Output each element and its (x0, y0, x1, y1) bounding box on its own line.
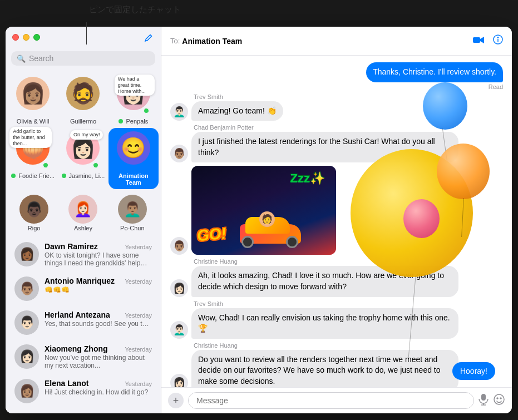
message-image: 🧑 GO! Zzz✨ (191, 166, 336, 255)
conv-time: Yesterday (125, 346, 152, 353)
message-bubble: Thanks, Christine. I'll review shortly. (366, 62, 503, 82)
pinned-item-olivia-will[interactable]: 👩🏽 Olivia & Will (8, 73, 58, 128)
pinned-item-foodie[interactable]: Add garlic to the butter, and then... 🧅 … (8, 128, 58, 189)
sticker-go: GO! (196, 225, 227, 245)
search-icon: 🔍 (17, 55, 26, 63)
online-indicator (144, 108, 149, 113)
svg-point-3 (497, 37, 499, 38)
sender-name: Trev Smith (194, 300, 503, 307)
message-bubble: I just finished the latest renderings fo… (191, 132, 458, 162)
chat-recipient: Animation Team (182, 37, 242, 46)
conv-preview: Hi! Just checking in. How did it go? (45, 388, 152, 396)
pinned-item-penpals[interactable]: We had a great time. Home with... 👩🏻 Pen… (108, 73, 159, 128)
pinned-item-guillermo[interactable]: 🧔 Guillermo (58, 73, 108, 128)
conv-name: Xiaomeng Zhong (45, 344, 108, 353)
svg-rect-0 (473, 37, 480, 43)
conv-content: Herland Antezana Yesterday Yes, that sou… (45, 310, 152, 328)
conv-time: Yesterday (125, 312, 152, 319)
sender-name: Christine Huang (194, 342, 503, 349)
avatar: 👩🏽 (14, 379, 39, 403)
msg-row-chad-image: 👨🏽 🧑 (170, 166, 503, 255)
conv-name: Elena Lanot (45, 379, 88, 388)
svg-point-9 (500, 398, 501, 399)
conv-preview: Yes, that sounds good! See you then. (45, 320, 152, 328)
msg-row-chad1: Chad Benjamin Potter 👨🏽 I just finished … (170, 124, 503, 162)
conv-name: Dawn Ramirez (45, 242, 98, 251)
search-bar[interactable]: 🔍 (11, 51, 155, 66)
avatar: 👨🏻‍🦱 (170, 103, 188, 121)
pinned-item-ashley[interactable]: 👩🏻‍🦰 Ashley (59, 191, 107, 235)
conv-name: Antonio Manriquez (45, 276, 115, 285)
message-bubble: Amazing! Go team! 👏 (191, 101, 283, 121)
pinned-item-jasmine[interactable]: On my way! 👩🏻 Jasmine, Li... (58, 128, 108, 189)
audio-input-icon[interactable] (478, 393, 489, 408)
pinned-name: Po-Chun (120, 225, 144, 231)
read-receipt: Read (489, 83, 503, 90)
sidebar: 🔍 👩🏽 Olivia & Will 🧔 (6, 27, 161, 413)
pinned-item-rigo[interactable]: 👨🏿 Rigo (10, 191, 58, 235)
conv-content: Xiaomeng Zhong Yesterday Now you've got … (45, 344, 152, 369)
message-bubble: Wow, Chad! I can really envision us taki… (191, 308, 458, 339)
svg-point-8 (497, 398, 498, 399)
conv-content: Dawn Ramirez Yesterday OK to visit tonig… (45, 242, 152, 267)
minimize-button[interactable] (23, 34, 29, 41)
avatar-emoji: 🧔 (71, 83, 96, 103)
pinned-contacts-grid: 👩🏽 Olivia & Will 🧔 Guillermo We had a gr… (6, 73, 161, 189)
close-button[interactable] (12, 34, 19, 41)
messages-container: Thanks, Christine. I'll review shortly. … (161, 56, 512, 387)
sender-name: Trev Smith (194, 93, 503, 100)
bubble-preview: We had a great time. Home with... (115, 75, 155, 96)
sender-name: Christine Huang (194, 258, 503, 265)
pinned-item-animation-team[interactable]: 😊 Animation Team (108, 128, 159, 189)
info-icon[interactable] (493, 34, 503, 47)
conv-preview: OK to visit tonight? I have some things … (45, 251, 152, 267)
search-input[interactable] (29, 54, 150, 63)
message-bubble: Do you want to review all the renders to… (191, 350, 458, 387)
conv-item-xiaomeng[interactable]: 👩🏻 Xiaomeng Zhong Yesterday Now you've g… (8, 340, 159, 374)
bubble-preview: On my way! (70, 130, 103, 140)
avatar: 👨🏽 (170, 237, 188, 255)
pinned-name: Ashley (74, 225, 92, 231)
emoji-picker-icon[interactable] (493, 393, 505, 408)
message-input[interactable] (188, 392, 474, 409)
pinned-name: Guillermo (70, 118, 96, 125)
add-attachment-button[interactable]: + (168, 393, 184, 408)
bubble-preview: Add garlic to the butter, and then... (9, 127, 52, 148)
msg-row-outgoing: Thanks, Christine. I'll review shortly. … (170, 62, 503, 90)
avatar: 👨🏻‍🦱 (170, 321, 188, 339)
sticker-z: Zzz✨ (290, 171, 325, 186)
avatar-emoji: 😊 (121, 138, 146, 158)
header-actions (473, 34, 503, 47)
sender-name: Chad Benjamin Potter (194, 124, 503, 131)
msg-row-christine1: Christine Huang 👩🏻 Ah, it looks amazing,… (170, 258, 503, 297)
to-label: To: (170, 37, 180, 45)
conv-item-elena[interactable]: 👩🏽 Elena Lanot Yesterday Hi! Just checki… (8, 374, 159, 408)
conv-item-antonio[interactable]: 👨🏽 Antonio Manriquez Yesterday 👊👊👊 (8, 272, 159, 305)
pinned-name: Rigo (28, 225, 41, 231)
avatar-emoji: 👩🏻 (71, 138, 96, 158)
fullscreen-button[interactable] (33, 34, 40, 41)
avatar: 👩🏻 (170, 374, 188, 387)
avatar-emoji: 👩🏽 (21, 83, 46, 103)
avatar: 👨🏻 (14, 310, 39, 335)
avatar: 👨🏽 (14, 276, 39, 301)
conv-item-dawn[interactable]: 👩🏾 Dawn Ramirez Yesterday OK to visit to… (8, 238, 159, 271)
pinned-name: Foodie Frie... (11, 172, 55, 179)
video-call-icon[interactable] (473, 35, 484, 47)
titlebar (6, 27, 161, 48)
message-bubble: Ah, it looks amazing, Chad! I love it so… (191, 266, 458, 297)
conv-item-herland[interactable]: 👨🏻 Herland Antezana Yesterday Yes, that … (8, 306, 159, 339)
pinned-item-pochun[interactable]: 👨🏽‍🦱 Po-Chun (108, 191, 156, 235)
online-indicator (43, 162, 48, 168)
conv-content: Antonio Manriquez Yesterday 👊👊👊 (45, 276, 152, 294)
pinned-name: Olivia & Will (17, 118, 50, 125)
pinned-name: Jasmine, Li... (62, 172, 105, 179)
annotation-line (86, 22, 87, 45)
online-indicator (93, 162, 98, 168)
input-bar: + (161, 387, 512, 413)
msg-row-christine2: Christine Huang 👩🏻 Do you want to review… (170, 342, 503, 387)
svg-rect-4 (481, 394, 486, 401)
msg-row-trev1: Trev Smith 👨🏻‍🦱 Amazing! Go team! 👏 (170, 93, 503, 121)
messages-window: 🔍 👩🏽 Olivia & Will 🧔 (6, 27, 512, 413)
svg-point-7 (494, 394, 504, 404)
